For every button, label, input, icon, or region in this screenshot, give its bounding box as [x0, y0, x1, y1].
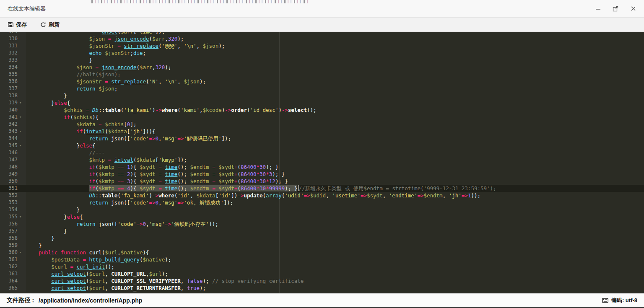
fold-spacer [18, 49, 26, 57]
code-line[interactable]: 339▾ }else{ [0, 99, 644, 106]
code-line[interactable]: 340 $chkis = Db::table('fa_kami')->where… [0, 106, 644, 114]
code-text[interactable]: echo $jsonStr;die; [26, 49, 644, 57]
code-text[interactable]: return json(['code'=>0,'msg'=>'ok, 解锁成功'… [26, 199, 644, 206]
code-text[interactable]: }else{ [26, 213, 644, 220]
window-controls [595, 5, 636, 12]
line-number: 329 [0, 32, 18, 35]
minimize-button[interactable] [595, 5, 601, 12]
code-line[interactable]: 359 } [0, 242, 644, 249]
code-text[interactable]: public function curl($url,$native){ [26, 249, 644, 256]
code-text[interactable]: if(intval($kdata['jh'])){ [26, 128, 644, 135]
fold-spacer [18, 106, 26, 114]
code-line[interactable]: 345▾ }else{ [0, 142, 644, 149]
code-area[interactable]: 329 unset($arr['time']);330 $json = json… [0, 32, 644, 292]
fold-spacer [18, 263, 26, 270]
code-line[interactable]: 342 $kdata = $chkis[0]; [0, 121, 644, 128]
code-text[interactable]: } [26, 228, 644, 235]
code-line[interactable]: 335 //halt($json); [0, 71, 644, 78]
code-line[interactable]: 361 $postData = http_build_query($native… [0, 256, 644, 263]
code-text[interactable]: //--- [26, 149, 644, 156]
code-text[interactable]: if($kmtp == 1){ $sydt = time(); $endtm =… [26, 163, 644, 171]
maximize-button[interactable] [612, 5, 619, 12]
code-line[interactable]: 350 if($kmtp == 3){ $sydt = time(); $end… [0, 178, 644, 185]
fold-toggle-icon[interactable]: ▾ [18, 128, 26, 135]
code-text[interactable]: if($kmtp == 2){ $sydt = time(); $endtm =… [26, 171, 644, 178]
code-line[interactable]: 362 $curl = curl_init(); [0, 263, 644, 270]
code-text[interactable]: $json = json_encode($arr,320); [26, 64, 644, 71]
code-line[interactable]: 343▾ if(intval($kdata['jh'])){ [0, 128, 644, 135]
code-text[interactable]: } [26, 92, 644, 99]
code-text[interactable]: return json(['code'=>0,'msg'=>'解锁码已使用'])… [26, 135, 644, 142]
close-button[interactable] [630, 5, 636, 12]
code-line[interactable]: 332 echo $jsonStr;die; [0, 49, 644, 57]
code-line[interactable]: 337 return $json; [0, 85, 644, 92]
refresh-button[interactable]: 刷新 [38, 19, 62, 30]
code-text[interactable]: $json = json_encode($arr,320); [26, 35, 644, 42]
code-text[interactable]: } [26, 57, 644, 64]
code-text[interactable]: } [26, 206, 644, 213]
code-line[interactable]: 357 } [0, 228, 644, 235]
fold-spacer [18, 277, 26, 285]
fold-toggle-icon[interactable]: ▾ [18, 249, 26, 256]
gutter-cell: 359 [0, 242, 26, 249]
code-line[interactable]: 365 curl_setopt($curl, CURLOPT_RETURNTRA… [0, 285, 644, 292]
code-line[interactable]: 336 $jsonStr = str_replace('N', '\n', $j… [0, 78, 644, 85]
code-line[interactable]: 364 curl_setopt($curl, CURLOPT_SSL_VERIF… [0, 277, 644, 285]
line-number: 349 [0, 171, 18, 178]
code-text[interactable]: }else{ [26, 99, 644, 106]
code-line[interactable]: 341▾ if($chkis){ [0, 114, 644, 121]
code-text[interactable]: $kdata = $chkis[0]; [26, 121, 644, 128]
code-text[interactable]: }else{ [26, 142, 644, 149]
gutter-cell: 343▾ [0, 128, 26, 135]
code-line[interactable]: 351 if($kmtp == 4){ $sydt = time(); $end… [0, 185, 644, 192]
code-text[interactable]: return json(['code'=>0,'msg'=>'解锁码不存在'])… [26, 220, 644, 228]
code-text[interactable]: $postData = http_build_query($native); [26, 256, 644, 263]
code-line[interactable]: 363 curl_setopt($curl, CURLOPT_URL,$url)… [0, 270, 644, 277]
code-line[interactable]: 338 } [0, 92, 644, 99]
code-line[interactable]: 355▾ }else{ [0, 213, 644, 220]
code-text[interactable]: $jsonStr = str_replace('N', '\n', $json)… [26, 78, 644, 85]
code-line[interactable]: 333 } [0, 57, 644, 64]
code-line[interactable]: 334 $json = json_encode($arr,320); [0, 64, 644, 71]
code-line[interactable]: 347 $kmtp = intval($kdata['kmyp']); [0, 156, 644, 163]
code-line[interactable]: 348 if($kmtp == 1){ $sydt = time(); $end… [0, 163, 644, 171]
code-line[interactable]: 330 $json = json_encode($arr,320); [0, 35, 644, 42]
code-text[interactable]: if($kmtp == 4){ $sydt = time(); $endtm =… [26, 185, 644, 192]
code-text[interactable]: } [26, 242, 644, 249]
code-line[interactable]: 349 if($kmtp == 2){ $sydt = time(); $end… [0, 171, 644, 178]
code-text[interactable]: curl_setopt($curl, CURLOPT_SSL_VERIFYPEE… [26, 277, 644, 285]
code-line[interactable]: 346 //--- [0, 149, 644, 156]
code-line[interactable]: 356 return json(['code'=>0,'msg'=>'解锁码不存… [0, 220, 644, 228]
code-text[interactable]: $jsonStr = str_replace('@@@', '\n', $jso… [26, 42, 644, 49]
gutter-cell: 352 [0, 192, 26, 199]
line-number: 340 [0, 106, 18, 114]
code-text[interactable]: } [26, 235, 644, 242]
code-line[interactable]: 360▾ public function curl($url,$native){ [0, 249, 644, 256]
code-text[interactable]: if($chkis){ [26, 114, 644, 121]
fold-toggle-icon[interactable]: ▾ [18, 142, 26, 149]
save-button[interactable]: 保存 [5, 19, 29, 30]
code-text[interactable]: $kmtp = intval($kdata['kmyp']); [26, 156, 644, 163]
code-editor[interactable]: 329 unset($arr['time']);330 $json = json… [0, 32, 644, 293]
fold-toggle-icon[interactable]: ▾ [18, 114, 26, 121]
line-number: 355 [0, 213, 18, 220]
code-line[interactable]: 329 unset($arr['time']); [0, 32, 644, 35]
code-text[interactable]: return $json; [26, 85, 644, 92]
code-text[interactable]: if($kmtp == 3){ $sydt = time(); $endtm =… [26, 178, 644, 185]
code-line[interactable]: 352 Db::table('fa_kami')->where('id', $k… [0, 192, 644, 199]
code-text[interactable]: Db::table('fa_kami')->where('id', $kdata… [26, 192, 644, 199]
code-line[interactable]: 354 } [0, 206, 644, 213]
code-line[interactable]: 358 } [0, 235, 644, 242]
code-text[interactable]: curl_setopt($curl, CURLOPT_RETURNTRANSFE… [26, 285, 644, 292]
code-text[interactable]: $curl = curl_init(); [26, 263, 644, 270]
code-text[interactable]: curl_setopt($curl, CURLOPT_URL,$url); [26, 270, 644, 277]
line-number: 358 [0, 235, 18, 242]
code-line[interactable]: 331 $jsonStr = str_replace('@@@', '\n', … [0, 42, 644, 49]
code-text[interactable]: unset($arr['time']); [26, 32, 644, 35]
code-line[interactable]: 353 return json(['code'=>0,'msg'=>'ok, 解… [0, 199, 644, 206]
code-text[interactable]: //halt($json); [26, 71, 644, 78]
fold-toggle-icon[interactable]: ▾ [18, 213, 26, 220]
fold-toggle-icon[interactable]: ▾ [18, 99, 26, 106]
code-line[interactable]: 344 return json(['code'=>0,'msg'=>'解锁码已使… [0, 135, 644, 142]
code-text[interactable]: $chkis = Db::table('fa_kami')->where('ka… [26, 106, 644, 114]
